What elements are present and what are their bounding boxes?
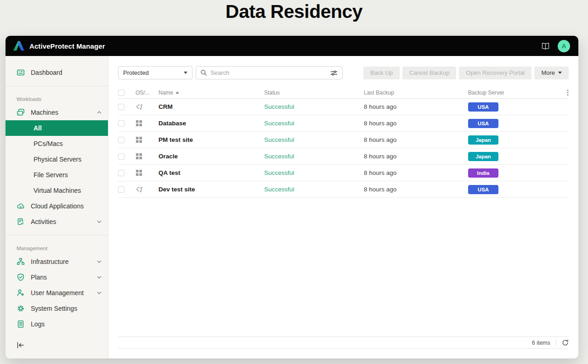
table-row[interactable]: Oracle Successful 8 hours ago Japan xyxy=(118,148,569,165)
column-last-backup: Last Backup xyxy=(364,90,468,96)
backup-status: Successful xyxy=(264,103,364,110)
footer-divider xyxy=(556,339,556,347)
backup-server-badge: India xyxy=(468,168,498,178)
row-checkbox[interactable] xyxy=(118,137,124,143)
sidebar: Dashboard Workloads Machines All P xyxy=(6,56,108,358)
column-settings-kebab-icon[interactable] xyxy=(560,90,569,96)
sidebar-item-infrastructure[interactable]: Infrastructure xyxy=(6,254,108,269)
activeprotect-logo-icon xyxy=(13,40,25,51)
table-row[interactable]: QA test Successful 8 hours ago India xyxy=(118,165,569,181)
machine-name: PM test site xyxy=(158,136,264,143)
row-checkbox[interactable] xyxy=(118,120,124,127)
filter-sliders-icon[interactable] xyxy=(330,70,338,76)
column-os: OS/... xyxy=(136,90,158,96)
app-header: ActiveProtect Manager A xyxy=(6,36,578,56)
sidebar-item-virtual-machines[interactable]: Virtual Machines xyxy=(6,183,108,198)
collapse-sidebar-icon[interactable] xyxy=(17,342,24,349)
row-checkbox[interactable] xyxy=(118,153,124,160)
sidebar-item-physical-servers[interactable]: Physical Servers xyxy=(6,151,108,167)
column-name[interactable]: Name xyxy=(158,90,264,96)
sidebar-item-user-management[interactable]: User Management xyxy=(6,285,108,301)
sidebar-item-dashboard[interactable]: Dashboard xyxy=(6,65,108,80)
grid-icon xyxy=(136,120,158,127)
sort-ascending-icon xyxy=(175,91,179,94)
sidebar-item-label: Activities xyxy=(31,218,91,225)
machine-name: Dev test site xyxy=(158,186,264,193)
sidebar-item-label: Cloud Applications xyxy=(31,202,102,210)
machines-icon xyxy=(17,108,25,117)
sidebar-divider xyxy=(6,86,108,86)
table-header: OS/... Name Status Last Backup Backup Se… xyxy=(118,87,569,99)
table-footer: 6 items xyxy=(118,336,569,349)
sidebar-item-label: Infrastructure xyxy=(31,258,91,265)
sidebar-item-cloud-applications[interactable]: Cloud Applications xyxy=(6,198,108,214)
main-content: Protected xyxy=(108,56,578,358)
table-row[interactable]: CRM Successful 8 hours ago USA xyxy=(118,99,569,115)
sitemap-icon xyxy=(17,258,25,266)
activities-icon xyxy=(17,218,25,226)
sidebar-item-label: User Management xyxy=(31,289,91,297)
sidebar-item-logs[interactable]: Logs xyxy=(6,316,108,332)
dashboard-icon xyxy=(17,68,25,77)
backup-server-badge: Japan xyxy=(468,152,498,161)
column-status: Status xyxy=(264,90,364,96)
column-name-label: Name xyxy=(158,90,173,96)
open-recovery-portal-button[interactable]: Open Recovery Portal xyxy=(459,67,531,79)
last-backup-time: 8 hours ago xyxy=(364,169,468,176)
row-checkbox[interactable] xyxy=(118,104,124,110)
grid-icon xyxy=(136,169,158,176)
select-all-checkbox[interactable] xyxy=(118,90,124,96)
machine-name: CRM xyxy=(158,103,264,110)
sidebar-item-activities[interactable]: Activities xyxy=(6,214,108,230)
last-backup-time: 8 hours ago xyxy=(364,153,468,160)
item-count: 6 items xyxy=(532,340,550,346)
chevron-down-icon xyxy=(184,72,187,74)
sidebar-item-label: Dashboard xyxy=(31,69,102,76)
back-up-button[interactable]: Back Up xyxy=(363,67,400,79)
more-button-label: More xyxy=(541,69,555,76)
row-checkbox[interactable] xyxy=(118,170,124,176)
sidebar-item-label: Logs xyxy=(31,320,102,328)
chevron-down-icon xyxy=(97,220,102,223)
sidebar-item-plans[interactable]: Plans xyxy=(6,269,108,285)
table-row[interactable]: Database Successful 8 hours ago USA xyxy=(118,115,569,132)
protection-filter-select[interactable]: Protected xyxy=(118,66,192,79)
sidebar-item-all[interactable]: All xyxy=(6,120,108,136)
search-input[interactable] xyxy=(210,69,327,76)
last-backup-time: 8 hours ago xyxy=(364,186,468,193)
table-row[interactable]: Dev test site Successful 8 hours ago USA xyxy=(118,181,569,198)
machine-name: QA test xyxy=(158,169,264,176)
refresh-icon[interactable] xyxy=(562,339,569,346)
grid-icon xyxy=(136,153,158,160)
filter-selected-value: Protected xyxy=(123,69,149,76)
toolbar: Protected xyxy=(118,66,569,79)
row-checkbox[interactable] xyxy=(118,186,124,193)
book-icon[interactable] xyxy=(541,42,550,50)
last-backup-time: 8 hours ago xyxy=(364,103,468,110)
column-backup-server: Backup Server xyxy=(468,90,560,96)
logs-icon xyxy=(17,320,25,328)
chevron-down-icon xyxy=(97,276,102,279)
page-title: Data Residency xyxy=(0,0,588,22)
hub-icon xyxy=(136,103,158,111)
shield-check-icon xyxy=(17,273,25,281)
search-box xyxy=(196,66,343,79)
last-backup-time: 8 hours ago xyxy=(364,136,468,143)
sidebar-section-workloads: Workloads xyxy=(6,92,108,105)
activeprotect-window: ActiveProtect Manager A xyxy=(6,36,578,358)
user-gear-icon xyxy=(17,289,25,297)
sidebar-item-pcs-macs[interactable]: PCs/Macs xyxy=(6,136,108,151)
sidebar-item-machines[interactable]: Machines xyxy=(6,105,108,120)
more-button[interactable]: More xyxy=(534,67,569,79)
table-row[interactable]: PM test site Successful 8 hours ago Japa… xyxy=(118,132,569,148)
gear-icon xyxy=(17,304,25,313)
sidebar-item-system-settings[interactable]: System Settings xyxy=(6,301,108,316)
cancel-backup-button[interactable]: Cancel Backup xyxy=(402,67,456,79)
brand-name: ActiveProtect Manager xyxy=(29,42,105,50)
sidebar-item-file-servers[interactable]: File Servers xyxy=(6,167,108,183)
avatar[interactable]: A xyxy=(558,40,570,52)
machine-name: Oracle xyxy=(158,153,264,160)
chevron-down-icon xyxy=(97,291,102,294)
cloud-icon xyxy=(17,202,25,210)
backup-status: Successful xyxy=(264,136,364,143)
